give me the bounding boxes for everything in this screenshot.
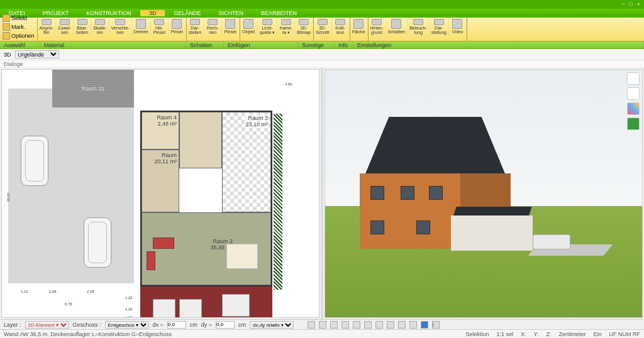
tool-icon	[262, 19, 272, 25]
mark-icon	[3, 23, 10, 31]
dimension-label: 8,78	[65, 302, 72, 306]
menu-konstruktion[interactable]: KONSTRUKTION	[77, 10, 140, 16]
dx-input[interactable]	[167, 321, 186, 329]
view-dropdown[interactable]: Urgelände	[15, 50, 59, 58]
tool-icon	[372, 19, 382, 25]
mark-button[interactable]: Mark.	[3, 23, 35, 31]
menu-gelaende[interactable]: GELÄNDE	[165, 10, 209, 16]
ribbon-d[interactable]: 3D-Schnitt	[314, 18, 331, 36]
tool-icon	[225, 19, 235, 29]
tool-icon[interactable]	[409, 321, 417, 329]
tool-icon[interactable]	[319, 321, 326, 329]
tool-icon	[208, 19, 218, 25]
ribbon-zuwei[interactable]: Zuwei-sen	[56, 18, 74, 36]
ribbon-schatten[interactable]: Schatten	[386, 18, 408, 36]
tool-icon[interactable]	[364, 321, 372, 329]
furniture-icon[interactable]	[627, 87, 640, 100]
ribbon: Selekt Mark. Optionen Abgrei-fenZuwei-se…	[0, 18, 644, 41]
dimension-label: 2,08	[49, 290, 57, 293]
floor-dropdown[interactable]: Erdgeschos ▾	[105, 321, 149, 329]
tool-icon	[281, 19, 291, 25]
bed-icon	[153, 299, 175, 318]
ribbon-group-labels: Auswahl Material Schatten Einfügen Sonst…	[0, 41, 644, 49]
car-top-2	[84, 217, 111, 268]
select-button[interactable]: Selekt	[3, 14, 35, 22]
tool-icon	[452, 19, 462, 29]
menu-bar: DATEI PROJEKT KONSTRUKTION 3D GELÄNDE SI…	[0, 9, 644, 18]
car-3d	[533, 234, 570, 249]
ribbon-dar[interactable]: Dar-stellung	[430, 18, 449, 36]
tool-icon	[154, 19, 164, 25]
sofa-icon	[153, 237, 174, 249]
basement	[140, 286, 272, 318]
menu-projekt[interactable]: PROJEKT	[34, 10, 78, 16]
ribbon-hinter[interactable]: Hinter-grund	[369, 18, 386, 36]
tool-icon	[60, 19, 70, 25]
tool-icon	[318, 19, 328, 25]
ribbon-objekt[interactable]: Objekt	[240, 18, 258, 36]
ribbon-pinsel[interactable]: Pinsel	[169, 18, 186, 36]
sofa-icon	[222, 294, 250, 317]
menu-bearbeiten[interactable]: BEARBEITEN	[252, 10, 306, 16]
splitter[interactable]	[321, 68, 323, 319]
layer-dropdown[interactable]: 2D-Element ▾	[25, 321, 69, 329]
palette-icon[interactable]	[627, 102, 640, 115]
layers-icon[interactable]	[627, 72, 640, 85]
menu-sichten[interactable]: SICHTEN	[209, 10, 252, 16]
tool-icon	[95, 19, 105, 25]
info-icon[interactable]: i	[432, 321, 440, 329]
ribbon-hin[interactable]: Hin.Pinsel	[151, 18, 169, 36]
tool-icon	[136, 19, 146, 29]
view-selector-bar: 3D Urgelände	[0, 49, 644, 60]
menu-3d[interactable]: 3D	[140, 10, 165, 16]
ribbon-pinsel[interactable]: Pinsel	[222, 18, 240, 36]
floorplan-panel[interactable]: Raum 21 Raum 42,48 m² Raum20,11 m² Raum …	[1, 69, 319, 318]
ribbon-skalie[interactable]: Skalie-ren	[91, 18, 109, 36]
dy-input[interactable]	[216, 321, 235, 329]
tool-icon[interactable]	[421, 321, 428, 329]
dimension-label: 10,61	[6, 192, 10, 202]
driveway	[8, 89, 134, 283]
dialog-line: Dialoge	[0, 60, 644, 68]
ribbon-flche[interactable]: Fläche	[350, 18, 368, 36]
garage-3d	[451, 215, 533, 251]
ribbon-abgrei[interactable]: Abgrei-fen	[38, 18, 57, 36]
tree-icon[interactable]	[627, 117, 640, 130]
status-text: Wand AW 36,5 m, Deckenauflager L=Konstru…	[4, 331, 172, 337]
ribbon-licht[interactable]: Licht-quelle ▾	[258, 18, 278, 36]
tool-icon	[243, 19, 253, 29]
tool-icon[interactable]	[308, 321, 315, 329]
ribbon-verschie[interactable]: Verschie-ben	[109, 18, 132, 36]
dimension-label: 1,12	[21, 290, 28, 293]
tool-icon[interactable]	[398, 321, 406, 329]
ribbon-d[interactable]: 3D-Bitmap	[295, 18, 313, 36]
window-close-icon[interactable]: ×	[635, 1, 641, 8]
ribbon-dar[interactable]: Dar-stellen	[187, 18, 204, 36]
tool-icon	[172, 19, 182, 29]
ribbon-rech[interactable]: Rech-nen	[204, 18, 222, 36]
viewport-3d[interactable]	[325, 69, 643, 318]
ribbon-drehen[interactable]: Drehen	[132, 18, 151, 36]
tool-icon[interactable]	[330, 321, 338, 329]
ribbon-kolli[interactable]: Kolli-sion	[332, 18, 350, 36]
ribbon-video[interactable]: Video	[449, 18, 467, 36]
tool-icon[interactable]	[375, 321, 383, 329]
ribbon-beleuch[interactable]: Beleuch-tung	[408, 18, 430, 36]
tool-icon[interactable]	[387, 321, 394, 329]
options-button[interactable]: Optionen	[3, 32, 35, 40]
dimension-label: 1,22	[125, 307, 133, 311]
tool-icon[interactable]	[353, 321, 360, 329]
tool-icon[interactable]	[341, 321, 349, 329]
window-minimize-icon[interactable]: −	[620, 1, 626, 8]
window-3d	[370, 186, 384, 200]
dimension-label: 1,03	[125, 316, 133, 318]
house-outline: Raum 42,48 m² Raum20,11 m² Raum 323,10 m…	[140, 111, 272, 286]
coord-mode-dropdown[interactable]: dx,dy relativ ▾	[250, 321, 294, 329]
tool-icon	[190, 19, 200, 25]
tool-icon	[42, 19, 52, 25]
tool-icon	[391, 19, 401, 29]
viewport-toolbar	[627, 72, 640, 130]
ribbon-bear[interactable]: Bear-beiten	[74, 18, 91, 36]
ribbon-kame[interactable]: Kame-ra ▾	[277, 18, 295, 36]
window-maximize-icon[interactable]: □	[628, 1, 634, 8]
